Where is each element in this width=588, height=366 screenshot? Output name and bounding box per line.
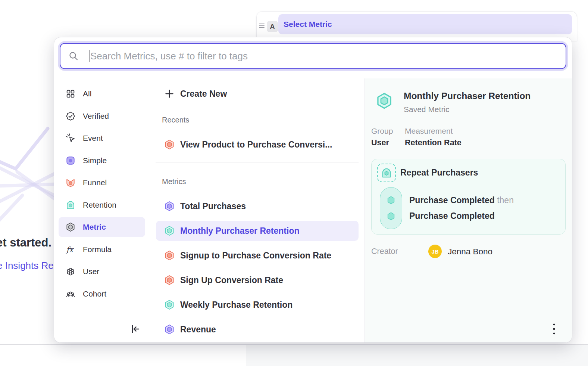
- filter-sidebar: All Verified Event Simple Funnel Retenti…: [54, 78, 149, 342]
- sidebar-item-label: Verified: [83, 112, 109, 121]
- sidebar-item-funnel[interactable]: Funnel: [59, 173, 145, 193]
- metric-name: Monthly Purchaser Retention: [180, 226, 299, 236]
- definition-step: Purchase Completed: [409, 211, 495, 221]
- definition-step: Purchase Completed then: [409, 195, 514, 205]
- more-options-icon[interactable]: [548, 323, 560, 335]
- collapse-sidebar-icon[interactable]: [129, 323, 141, 335]
- list-divider: [156, 162, 359, 162]
- search-field[interactable]: [60, 43, 566, 69]
- sidebar-item-metric[interactable]: Metric: [59, 217, 145, 237]
- metric-name: Signup to Purchase Conversion Rate: [180, 251, 331, 261]
- search-icon: [69, 51, 78, 61]
- definition-name: Repeat Purchasers: [400, 168, 478, 178]
- metric-hexagon-teal-icon: [376, 92, 393, 111]
- cohort-people-icon: [66, 289, 75, 299]
- formula-fx-icon: ƒx: [66, 245, 75, 254]
- simple-metric-icon: [66, 156, 75, 165]
- picker-columns: All Verified Event Simple Funnel Retenti…: [54, 78, 572, 342]
- retention-arch-icon: [66, 200, 75, 210]
- sidebar-item-label: Cohort: [83, 289, 106, 298]
- funnel-icon: [66, 178, 75, 187]
- sidebar-item-label: Metric: [83, 223, 106, 232]
- metric-name: Total Purchases: [180, 201, 246, 211]
- select-metric-button[interactable]: Select Metric: [278, 14, 572, 34]
- sidebar-item-label: Event: [83, 134, 103, 143]
- measurement-label: Measurement: [405, 127, 453, 136]
- hexagon-coral-icon: [164, 250, 175, 261]
- repeat-purchasers-icon: [377, 164, 396, 182]
- detail-title: Monthly Purchaser Retention: [404, 91, 531, 101]
- detail-subtitle: Saved Metric: [404, 105, 450, 114]
- verified-badge-icon: [66, 111, 75, 121]
- definition-card: Repeat Purchasers Purchase Completed the…: [371, 159, 566, 235]
- funnel-steps-capsule: [380, 187, 402, 229]
- metric-list-item[interactable]: Weekly Purchase Retention: [156, 295, 359, 315]
- group-label: Group: [371, 127, 393, 136]
- creator-avatar: JB: [428, 245, 442, 258]
- search-bar: [60, 43, 566, 69]
- sidebar-item-label: Formula: [83, 245, 112, 254]
- sidebar-item-label: Retention: [83, 201, 116, 210]
- hexagon-purple-icon: [164, 201, 175, 211]
- sidebar-item-label: Simple: [83, 156, 107, 165]
- metric-detail-panel: Monthly Purchaser Retention Saved Metric…: [365, 78, 572, 342]
- metric-list-item[interactable]: Sign Up Conversion Rate: [156, 270, 359, 290]
- measurement-value: Retention Rate: [405, 138, 462, 148]
- hexagon-purple-icon: [164, 324, 175, 335]
- metric-list-item[interactable]: Total Purchases: [156, 196, 359, 216]
- sidebar-item-all[interactable]: All: [59, 84, 145, 104]
- background-link-fragment[interactable]: e Insights Re: [0, 260, 54, 272]
- group-value: User: [371, 138, 389, 148]
- metric-list-item[interactable]: Revenue: [156, 319, 359, 339]
- grid-icon: [66, 89, 75, 99]
- hexagon-teal-icon: [164, 226, 175, 236]
- sidebar-item-formula[interactable]: ƒx Formula: [59, 239, 145, 260]
- hexagon-coral-icon: [164, 275, 175, 285]
- metrics-section-label: Metrics: [162, 177, 365, 186]
- plus-icon: [164, 89, 175, 99]
- svg-text:ƒx: ƒx: [66, 245, 74, 254]
- creator-name: Jenna Bono: [448, 247, 492, 257]
- metric-name: Weekly Purchase Retention: [180, 300, 293, 310]
- metric-hexagon-icon: [66, 222, 75, 232]
- recents-section-label: Recents: [162, 115, 365, 125]
- detail-footer: [365, 315, 572, 342]
- sidebar-item-cohort[interactable]: Cohort: [59, 284, 145, 304]
- recent-metric-item[interactable]: View Product to Purchase Conversi...: [156, 134, 359, 155]
- create-new-button[interactable]: Create New: [156, 84, 359, 104]
- creator-label: Creator: [371, 247, 398, 256]
- sidebar-footer: [54, 315, 149, 342]
- sidebar-item-event[interactable]: Event: [59, 128, 145, 148]
- metric-card: A Select Metric: [256, 11, 577, 41]
- metric-name: Sign Up Conversion Rate: [180, 275, 283, 285]
- metric-name: Revenue: [180, 325, 216, 335]
- user-cluster-icon: [66, 267, 75, 276]
- results-list: Create New Recents View Product to Purch…: [149, 78, 365, 342]
- search-input[interactable]: [90, 50, 566, 62]
- step-hexagon-icon: [386, 195, 396, 207]
- sidebar-item-retention[interactable]: Retention: [59, 195, 145, 215]
- sidebar-item-label: All: [83, 89, 91, 98]
- sidebar-item-label: User: [83, 267, 99, 276]
- metric-list-item[interactable]: Monthly Purchaser Retention: [156, 221, 359, 241]
- series-letter-badge[interactable]: A: [267, 21, 278, 32]
- metric-list-item[interactable]: Signup to Purchase Conversion Rate: [156, 245, 359, 266]
- sidebar-item-simple[interactable]: Simple: [59, 151, 145, 171]
- step-hexagon-icon: [386, 211, 396, 223]
- metric-picker-modal: All Verified Event Simple Funnel Retenti…: [54, 37, 572, 342]
- drag-handle-icon[interactable]: [259, 24, 265, 30]
- hexagon-coral-icon: [164, 139, 175, 150]
- event-cursor-icon: [66, 133, 75, 143]
- sidebar-item-verified[interactable]: Verified: [59, 106, 145, 126]
- background-bottom-panel: [246, 345, 588, 366]
- screen: et started. e Insights Re A Select Metri…: [0, 0, 588, 366]
- sidebar-item-label: Funnel: [83, 178, 107, 187]
- background-heading-fragment: et started.: [0, 236, 51, 249]
- hexagon-teal-icon: [164, 300, 175, 310]
- metric-name: View Product to Purchase Conversi...: [180, 140, 332, 150]
- sidebar-item-user[interactable]: User: [59, 261, 145, 282]
